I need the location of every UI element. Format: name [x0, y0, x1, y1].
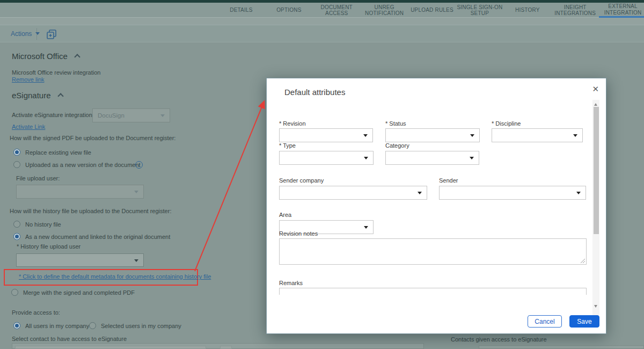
file-upload-user-select[interactable] — [16, 185, 144, 199]
discipline-select[interactable] — [492, 128, 583, 142]
file-upload-user-label: File upload user: — [16, 175, 60, 181]
subheader-strip — [0, 18, 644, 25]
actions-toolbar: Actions — [0, 25, 644, 42]
type-label: * Type — [279, 142, 296, 149]
provide-access-label: Provide access to: — [12, 309, 60, 316]
actions-button-label: Actions — [11, 30, 32, 38]
tab-bar: DETAILS OPTIONS DOCUMENT ACCESS UNREG NO… — [0, 3, 644, 18]
new-document-option-row: As a new document and linked to the orig… — [13, 233, 170, 240]
microsoft-office-section-header: Microsoft Office — [12, 52, 79, 61]
status-label: * Status — [385, 120, 406, 127]
dialog-scrollbar[interactable] — [592, 100, 599, 316]
revision-notes-textarea[interactable] — [279, 238, 587, 265]
new-version-label: Uploaded as a new version of the documen… — [25, 162, 141, 168]
save-button[interactable]: Save — [569, 315, 599, 328]
selected-users-label: Selected users in my company — [101, 323, 181, 329]
remarks-textarea[interactable] — [279, 288, 587, 295]
new-version-radio[interactable] — [13, 161, 20, 168]
selected-users-radio[interactable] — [89, 322, 96, 329]
microsoft-office-title: Microsoft Office — [12, 52, 68, 61]
select-contact-input[interactable] — [15, 346, 206, 349]
activate-link[interactable]: Activate Link — [12, 123, 45, 130]
dropdown-arrow-icon — [134, 259, 138, 262]
merge-option-row: Merge with the signed and completed PDF — [11, 289, 135, 296]
merge-radio[interactable] — [11, 289, 18, 296]
history-file-question-label: How will the history file be uploaded to… — [10, 208, 171, 214]
tab-external-integration[interactable]: EXTERNAL INTEGRATION — [599, 3, 644, 18]
no-history-label: No history file — [25, 221, 61, 228]
status-select[interactable] — [385, 128, 480, 142]
tab-details[interactable]: DETAILS — [217, 3, 265, 18]
tab-list: DETAILS OPTIONS DOCUMENT ACCESS UNREG NO… — [217, 3, 644, 18]
contacts-given-label: Contacts given access to eSignature — [451, 336, 547, 343]
define-default-metadata-link[interactable]: * Click to define the default metadata f… — [19, 273, 211, 280]
category-label: Category — [385, 142, 409, 149]
scrollbar-thumb[interactable] — [594, 107, 599, 234]
close-icon[interactable]: ✕ — [592, 84, 599, 94]
esignature-provider-select[interactable]: DocuSign — [92, 108, 170, 122]
activate-esignature-label: Activate eSignature integration: — [12, 112, 94, 118]
tab-document-access[interactable]: DOCUMENT ACCESS — [313, 3, 361, 18]
dropdown-arrow-icon — [576, 192, 581, 194]
esignature-section-header: eSignature — [12, 91, 63, 100]
dropdown-arrow-icon — [470, 157, 474, 159]
dropdown-arrow-icon — [364, 157, 368, 159]
copy-add-icon[interactable] — [46, 29, 57, 42]
replace-existing-radio[interactable] — [13, 149, 20, 156]
revision-notes-label: Revision notes — [279, 230, 318, 237]
resize-handle-icon[interactable] — [581, 259, 585, 263]
tab-unreg-notification[interactable]: UNREG NOTIFICATION — [361, 3, 408, 18]
history-upload-user-select[interactable] — [16, 253, 144, 267]
select-contact-label: Select contact to have access to eSignat… — [12, 336, 127, 342]
default-attributes-dialog: Default attributes ✕ * Revision * Status… — [266, 78, 606, 334]
dropdown-arrow-icon — [418, 192, 422, 194]
type-select[interactable] — [279, 151, 374, 165]
info-icon-glyph: i — [138, 162, 140, 168]
remarks-label: Remarks — [279, 280, 303, 286]
new-document-radio[interactable] — [13, 233, 20, 240]
tab-options[interactable]: OPTIONS — [265, 3, 313, 18]
dropdown-arrow-icon — [160, 114, 165, 117]
all-users-label: All users in my company — [25, 323, 89, 329]
select-contact-button[interactable] — [220, 346, 232, 349]
no-history-radio[interactable] — [13, 221, 20, 228]
category-select[interactable] — [385, 151, 479, 165]
external-integration-page: DETAILS OPTIONS DOCUMENT ACCESS UNREG NO… — [0, 0, 644, 349]
tab-single-sign-on-setup[interactable]: SINGLE SIGN-ON SETUP — [456, 3, 503, 18]
dropdown-arrow-icon — [134, 191, 138, 193]
scroll-down-icon[interactable] — [594, 305, 597, 308]
cancel-button[interactable]: Cancel — [528, 315, 562, 328]
new-document-label: As a new document and linked to the orig… — [25, 234, 170, 240]
info-icon[interactable]: i — [135, 161, 143, 169]
merge-label: Merge with the signed and completed PDF — [23, 289, 135, 296]
area-label: Area — [279, 212, 291, 218]
tab-ineight-integrations[interactable]: INEIGHT INTEGRATIONS — [551, 3, 599, 18]
sender-company-select[interactable] — [279, 186, 427, 200]
revision-select[interactable] — [279, 128, 373, 142]
tab-history[interactable]: HISTORY — [503, 3, 551, 18]
collapse-chevron-icon[interactable] — [74, 54, 80, 60]
dropdown-arrow-icon — [573, 134, 577, 137]
office-review-integration-label: Microsoft Office review integration — [12, 69, 100, 76]
remove-link[interactable]: Remove link — [12, 76, 45, 83]
replace-existing-option-row: Replace existing view file — [13, 149, 91, 156]
scroll-up-icon[interactable] — [594, 103, 597, 106]
dialog-title: Default attributes — [284, 88, 345, 97]
dropdown-arrow-icon — [364, 226, 368, 229]
sender-select[interactable] — [439, 186, 586, 200]
new-version-option-row: Uploaded as a new version of the documen… — [13, 161, 141, 168]
esignature-title: eSignature — [12, 91, 51, 100]
sender-label: Sender — [439, 177, 458, 184]
discipline-label: * Discipline — [492, 120, 521, 127]
tab-upload-rules[interactable]: UPLOAD RULES — [408, 3, 456, 18]
no-history-option-row: No history file — [13, 221, 61, 228]
all-users-option-row: All users in my company — [13, 322, 89, 329]
all-users-radio[interactable] — [13, 322, 20, 329]
dropdown-arrow-icon — [363, 134, 368, 137]
sender-company-label: Sender company — [279, 177, 324, 184]
actions-button[interactable]: Actions — [11, 25, 40, 42]
collapse-chevron-icon[interactable] — [57, 93, 63, 99]
selected-users-option-row: Selected users in my company — [89, 322, 181, 329]
contacts-given-list — [479, 345, 644, 349]
dropdown-arrow-icon — [470, 134, 474, 137]
